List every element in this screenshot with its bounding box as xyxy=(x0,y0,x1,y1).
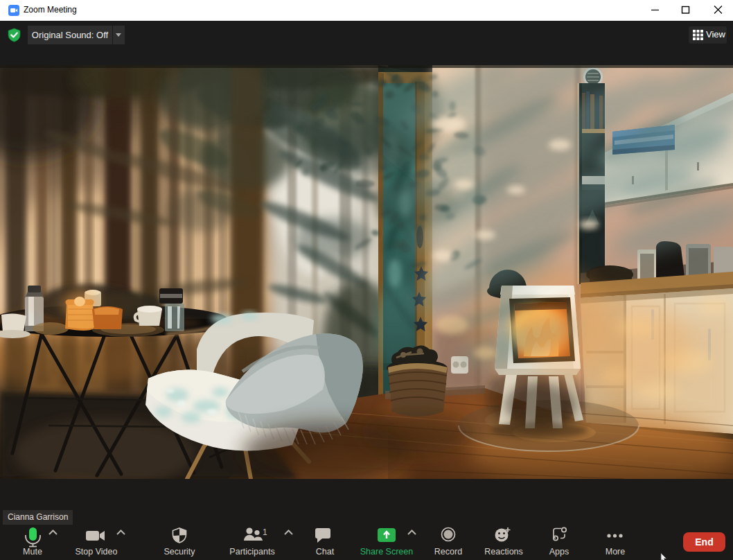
svg-text:Chat: Chat xyxy=(316,547,335,557)
svg-text:Share Screen: Share Screen xyxy=(360,547,413,557)
svg-text:Record: Record xyxy=(434,547,462,557)
svg-text:Mute: Mute xyxy=(23,547,42,557)
svg-text:Reactions: Reactions xyxy=(484,547,523,557)
svg-text:Security: Security xyxy=(164,547,195,557)
svg-text:Stop Video: Stop Video xyxy=(76,547,118,557)
svg-text:Participants: Participants xyxy=(229,547,274,557)
svg-text:More: More xyxy=(606,547,626,557)
svg-text:Apps: Apps xyxy=(549,547,569,557)
svg-text:1: 1 xyxy=(263,527,267,537)
